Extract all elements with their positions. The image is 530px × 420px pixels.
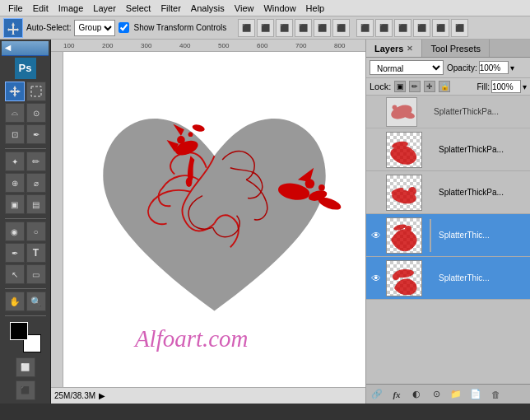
fill-arrow[interactable]: ▾	[523, 82, 527, 91]
lock-pixels-btn[interactable]: ✏	[409, 81, 421, 92]
quick-mask-btn[interactable]: ⬜	[16, 357, 35, 377]
lock-all-btn[interactable]: 🔒	[439, 81, 450, 92]
shape-tool[interactable]: ▭	[26, 264, 46, 284]
align-bottom-btn[interactable]: ⬛	[332, 19, 350, 37]
gradient-tool[interactable]: ▤	[26, 194, 46, 214]
menu-analysis[interactable]: Analysis	[186, 0, 230, 16]
tool-divider-3	[5, 288, 46, 289]
menu-help[interactable]: Help	[301, 0, 330, 16]
ruler-numbers: 100 200 300 400 500 600 700 800	[63, 42, 365, 49]
tool-divider-2	[5, 218, 46, 219]
path-select-tool[interactable]: ↖	[5, 264, 25, 284]
layer-visibility-icon[interactable]: 👁	[370, 229, 383, 242]
link-layers-btn[interactable]: 🔗	[370, 387, 384, 402]
adjustment-layer-btn[interactable]: ⊙	[429, 387, 444, 402]
menu-edit[interactable]: Edit	[28, 0, 53, 16]
distribute-right-btn[interactable]: ⬛	[394, 19, 411, 37]
layer-item[interactable]: SplatterThickPa...	[366, 96, 530, 128]
fill-input[interactable]	[491, 80, 521, 93]
distribute-bottom-btn[interactable]: ⬛	[451, 19, 468, 37]
layer-item-active[interactable]: 👁 SplatterThic...	[366, 257, 530, 300]
menu-select[interactable]: Select	[121, 0, 156, 16]
layer-visibility-icon[interactable]	[370, 143, 383, 156]
align-middle-btn[interactable]: ⬛	[314, 19, 331, 37]
distribute-left-btn[interactable]: ⬛	[356, 19, 374, 37]
new-layer-btn[interactable]: 📄	[468, 387, 483, 402]
svg-point-12	[186, 177, 193, 187]
tab-layers[interactable]: Layers ✕	[366, 40, 422, 57]
quick-select-tool[interactable]: ⊙	[26, 103, 46, 123]
menu-view[interactable]: View	[230, 0, 259, 16]
opacity-arrow[interactable]: ▾	[510, 63, 514, 72]
eyedropper-tool[interactable]: ✒	[26, 124, 46, 144]
svg-rect-24	[430, 219, 431, 252]
distribute-top-btn[interactable]: ⬛	[413, 19, 430, 37]
lock-position-btn[interactable]: ✛	[424, 81, 435, 92]
lasso-tool[interactable]: ⌓	[5, 103, 25, 123]
add-mask-btn[interactable]: ◐	[409, 387, 424, 402]
spot-heal-tool[interactable]: ✦	[5, 152, 25, 171]
layer-fx-btn[interactable]: fx	[389, 387, 404, 402]
crop-tool[interactable]: ⊡	[5, 124, 25, 144]
layer-thumbnail	[386, 217, 422, 254]
brush-tool[interactable]: ✏	[26, 152, 46, 171]
tool-row-2: ⌓ ⊙	[5, 103, 46, 123]
menu-layer[interactable]: Layer	[88, 0, 121, 16]
layer-item[interactable]: SplatterThickPa...	[366, 128, 530, 171]
blur-tool[interactable]: ◉	[5, 222, 25, 241]
panel-bottom-toolbar: 🔗 fx ◐ ⊙ 📁 📄 🗑	[366, 384, 530, 404]
layer-visibility-icon[interactable]	[370, 186, 383, 199]
opacity-input[interactable]	[479, 61, 509, 74]
eraser-tool[interactable]: ▣	[5, 194, 25, 214]
menu-image[interactable]: Image	[53, 0, 89, 16]
layer-item[interactable]: SplatterThickPa...	[366, 171, 530, 214]
heart-artwork: Alfoart.com	[63, 52, 365, 387]
opacity-control: Opacity: ▾	[447, 61, 514, 74]
tool-row-1	[5, 82, 46, 101]
new-group-btn[interactable]: 📁	[449, 387, 463, 402]
align-left-btn[interactable]: ⬛	[238, 19, 255, 37]
layer-item-active[interactable]: 👁 Sp	[366, 214, 530, 257]
type-tool[interactable]: T	[26, 243, 46, 263]
tool-row-7: ◉ ○	[5, 222, 46, 241]
layer-name: SplatterThickPa...	[439, 188, 527, 197]
zoom-tool[interactable]: 🔍	[26, 292, 46, 311]
select-tool[interactable]	[26, 82, 46, 101]
pen-tool[interactable]: ✒	[5, 243, 25, 263]
blend-mode-select[interactable]: Normal Multiply Screen Overlay	[370, 60, 444, 75]
align-right-btn[interactable]: ⬛	[276, 19, 293, 37]
fg-bg-colors[interactable]	[10, 322, 41, 352]
distribute-center-btn[interactable]: ⬛	[375, 19, 393, 37]
align-center-btn[interactable]: ⬛	[257, 19, 274, 37]
foreground-color[interactable]	[10, 322, 28, 340]
hand-tool[interactable]: ✋	[5, 292, 25, 311]
menu-window[interactable]: Window	[258, 0, 300, 16]
dodge-tool[interactable]: ○	[26, 222, 46, 241]
svg-text:Alfoart.com: Alfoart.com	[133, 325, 249, 352]
tab-tool-presets[interactable]: Tool Presets	[422, 40, 490, 57]
layer-link-icon	[425, 217, 435, 254]
lock-transparent-btn[interactable]: ▣	[394, 81, 406, 92]
menu-file[interactable]: File	[3, 0, 28, 16]
screen-mode-btn[interactable]: ⬛	[16, 380, 35, 400]
delete-layer-btn[interactable]: 🗑	[488, 387, 503, 402]
history-tool[interactable]: ⌀	[26, 173, 46, 193]
layer-thumbnail	[386, 132, 422, 168]
menu-filter[interactable]: Filter	[156, 0, 185, 16]
layers-tab-close[interactable]: ✕	[407, 44, 413, 53]
clone-tool[interactable]: ⊕	[5, 173, 25, 193]
layer-visibility-icon[interactable]: 👁	[370, 272, 383, 285]
layer-link-icon	[425, 132, 435, 168]
tool-row-modes: ⬜	[16, 357, 35, 377]
layer-visibility-icon[interactable]	[370, 105, 383, 119]
transform-controls-checkbox[interactable]	[119, 22, 129, 33]
canvas-inner: Alfoart.com	[63, 52, 365, 387]
auto-select-dropdown[interactable]: Group Layer	[74, 20, 115, 36]
align-top-btn[interactable]: ⬛	[295, 19, 312, 37]
move-tool-btn[interactable]	[3, 18, 23, 38]
status-arrow[interactable]: ▶	[99, 391, 105, 400]
distribute-middle-btn[interactable]: ⬛	[432, 19, 449, 37]
status-doc-info: 25M/38.3M	[54, 391, 95, 400]
ruler-400: 400	[179, 42, 218, 49]
move-tool[interactable]	[5, 82, 25, 101]
